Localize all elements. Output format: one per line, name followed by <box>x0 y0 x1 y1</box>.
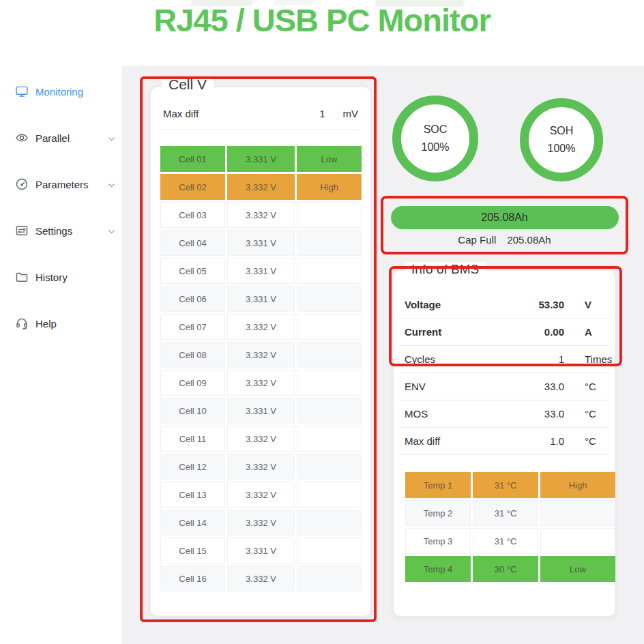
soh-value: 100% <box>548 140 576 158</box>
cell-row-name: Cell 01 <box>160 146 225 172</box>
sidebar-item-settings[interactable]: Settings <box>15 222 116 239</box>
cell-row-name: Cell 06 <box>160 286 225 312</box>
temp-row-name: Temp 3 <box>405 528 471 554</box>
bms-info-row: MOS33.0°C <box>399 400 609 428</box>
bms-info-value: 0.00 <box>544 326 564 338</box>
bms-info-value: 53.30 <box>538 299 564 310</box>
temp-row-name: Temp 4 <box>405 556 471 582</box>
bms-panel-legend: Info of BMS <box>405 262 486 277</box>
cell-row: Cell 013.331 VLow <box>160 146 370 172</box>
cell-row-voltage: 3.332 V <box>227 202 295 228</box>
cell-row-status <box>297 202 362 228</box>
bms-info-unit: Times <box>579 353 604 365</box>
cell-row-voltage: 3.332 V <box>227 370 295 396</box>
bms-info-value: 33.0 <box>544 381 564 392</box>
cell-row-name: Cell 11 <box>160 426 225 452</box>
folder-icon <box>15 270 29 284</box>
sidebar-item-monitoring[interactable]: Monitoring <box>15 83 116 100</box>
cell-row: Cell 073.332 V <box>160 314 370 340</box>
cell-row-status <box>297 314 362 340</box>
cell-row-voltage: 3.331 V <box>227 230 295 256</box>
cell-row: Cell 043.331 V <box>160 230 370 256</box>
sidebar-item-label: Help <box>35 318 57 330</box>
bms-info-label: MOS <box>405 408 544 420</box>
cell-row-voltage: 3.331 V <box>227 286 295 312</box>
cell-panel-legend: Cell V <box>162 76 214 93</box>
bms-info-unit: V <box>579 299 604 310</box>
cap-full-value: 205.08Ah <box>507 234 551 246</box>
sidebar-item-label: Monitoring <box>35 86 83 98</box>
temp-row: Temp 231 °C <box>405 500 615 526</box>
temp-row-status: High <box>540 472 615 498</box>
bms-info-row: Cycles1Times <box>399 346 609 373</box>
sidebar-item-history[interactable]: History <box>15 268 116 286</box>
cell-row-status <box>297 538 362 564</box>
capacity-bar: 205.08Ah <box>391 206 619 229</box>
sidebar-item-label: History <box>35 272 68 283</box>
cell-row-name: Cell 04 <box>160 230 225 256</box>
cell-voltage-panel: Cell V Max diff 1 mV Cell 013.331 VLowCe… <box>149 86 372 617</box>
cell-row-status <box>297 370 362 396</box>
cell-row-status <box>297 398 362 424</box>
cell-row-status <box>297 286 362 312</box>
cell-row: Cell 093.332 V <box>160 370 370 396</box>
temp-row: Temp 131 °CHigh <box>405 472 615 498</box>
temp-row-value: 31 °C <box>473 500 538 526</box>
bms-info-label: ENV <box>405 381 544 392</box>
temp-row-value: 31 °C <box>473 472 538 498</box>
cell-row-name: Cell 02 <box>160 174 225 200</box>
capacity-bar-text: 205.08Ah <box>481 211 528 224</box>
cell-row: Cell 103.331 V <box>160 398 370 424</box>
bms-info-unit: °C <box>579 435 604 447</box>
chevron-down-icon <box>107 226 116 235</box>
bms-info-row: Current0.00A <box>399 319 609 346</box>
cell-row: Cell 113.332 V <box>160 426 370 452</box>
temp-row: Temp 331 °C <box>405 528 615 554</box>
cell-row: Cell 063.331 V <box>160 286 370 312</box>
cell-row-name: Cell 12 <box>160 454 225 480</box>
bms-info-value: 1.0 <box>550 435 564 447</box>
chevron-down-icon <box>107 134 116 143</box>
cell-row-status <box>297 258 362 284</box>
cell-row-voltage: 3.332 V <box>227 174 295 200</box>
capacity-section: 205.08Ah Cap Full 205.08Ah <box>381 196 628 254</box>
cell-row-voltage: 3.332 V <box>227 314 295 340</box>
cell-row-status: Low <box>297 146 362 172</box>
temp-row: Temp 430 °CLow <box>405 556 615 582</box>
cell-row-name: Cell 16 <box>160 566 225 591</box>
temp-row-status <box>540 528 615 554</box>
temp-row-name: Temp 1 <box>405 472 471 498</box>
cell-row: Cell 053.331 V <box>160 258 370 284</box>
chevron-down-icon <box>107 180 116 189</box>
cap-full-row: Cap Full 205.08Ah <box>383 234 626 246</box>
cell-row-name: Cell 07 <box>160 314 225 340</box>
cell-row-name: Cell 14 <box>160 510 225 536</box>
sidebar-item-label: Parallel <box>35 132 70 144</box>
sidebar-item-label: Settings <box>35 225 72 237</box>
bms-info-label: Cycles <box>405 353 559 365</box>
cell-row-name: Cell 03 <box>160 202 225 228</box>
sidebar-item-parallel[interactable]: Parallel <box>15 129 116 147</box>
bms-info-value: 1 <box>559 353 564 365</box>
cell-row-voltage: 3.331 V <box>227 398 295 424</box>
cell-voltage-table: Cell 013.331 VLowCell 023.332 VHighCell … <box>160 146 370 591</box>
cell-row-name: Cell 10 <box>160 398 225 424</box>
cell-row: Cell 083.332 V <box>160 342 370 368</box>
max-diff-unit: mV <box>343 108 359 119</box>
cell-row-status <box>297 482 362 508</box>
cell-row: Cell 033.332 V <box>160 202 370 228</box>
soc-value: 100% <box>422 138 450 156</box>
cell-row-status <box>297 454 362 480</box>
cell-row: Cell 143.332 V <box>160 510 370 536</box>
bms-info-row: Voltage53.30V <box>399 291 609 319</box>
cell-row-voltage: 3.332 V <box>227 566 295 591</box>
cell-row-name: Cell 15 <box>160 538 225 564</box>
sidebar-item-help[interactable]: Help <box>15 314 116 332</box>
cell-row-voltage: 3.331 V <box>227 258 295 284</box>
sidebar-item-parameters[interactable]: Parameters <box>15 175 116 193</box>
cell-row-status <box>297 510 362 536</box>
cell-row-status: High <box>297 174 362 200</box>
bms-info-unit: °C <box>579 381 604 392</box>
bms-info-rows: Voltage53.30VCurrent0.00ACycles1TimesENV… <box>394 271 615 455</box>
soh-gauge: SOH 100% <box>520 98 603 181</box>
